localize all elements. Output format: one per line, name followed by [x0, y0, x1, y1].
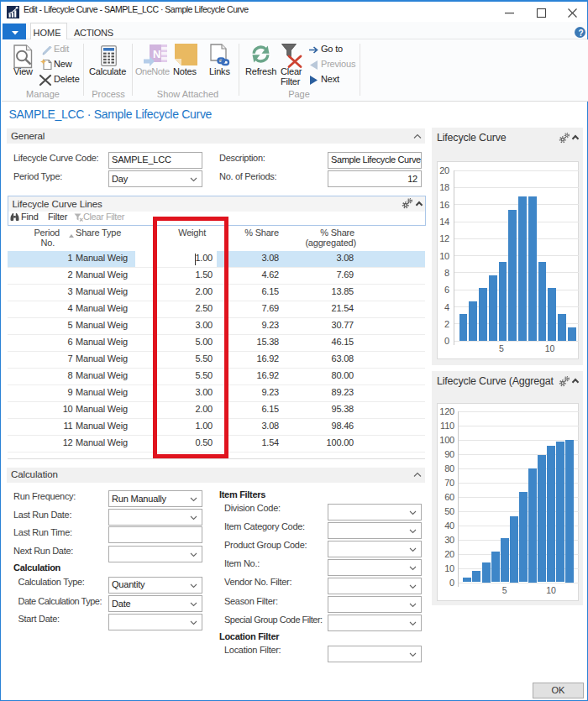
svg-text:N: N [153, 48, 160, 60]
